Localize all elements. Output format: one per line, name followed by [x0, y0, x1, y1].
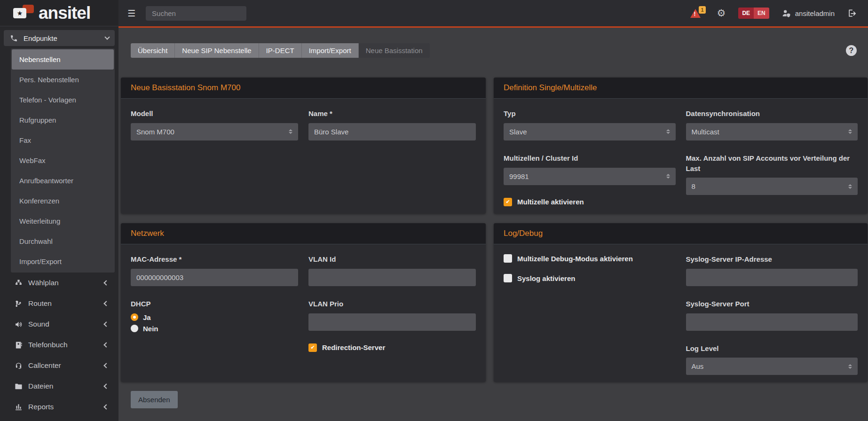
sidebar-menu: Endpunkte Nebenstellen Pers. Nebenstelle…: [0, 26, 118, 417]
search-input[interactable]: [146, 6, 246, 21]
sidebar-item-reports[interactable]: Reports: [0, 397, 118, 417]
content: Übersicht Neue SIP Nebenstelle IP-DECT I…: [118, 28, 868, 421]
mac-adresse-field: MAC-Adresse *: [131, 254, 298, 286]
sidebar-item-waehlplan[interactable]: Wählplan: [0, 273, 118, 293]
dhcp-ja-radio[interactable]: Ja: [131, 313, 298, 321]
radio-icon: [131, 325, 138, 332]
sidebar-item-fax[interactable]: Fax: [12, 130, 114, 150]
sidebar-item-webfax[interactable]: WebFax: [12, 150, 114, 171]
chevron-left-icon: [103, 363, 109, 368]
syslog-port-input[interactable]: [686, 313, 858, 331]
typ-field: Typ Slave: [504, 109, 676, 140]
panel-title: Definition Single/Multizelle: [504, 83, 597, 93]
cluster-id-select[interactable]: 99981: [504, 168, 676, 185]
tab-ip-dect[interactable]: IP-DECT: [259, 43, 302, 58]
select-arrows-icon: [848, 129, 852, 134]
chevron-left-icon: [103, 280, 109, 285]
sidebar-item-label: Konferenzen: [19, 197, 59, 205]
syslog-ip-input[interactable]: [686, 269, 858, 286]
typ-select[interactable]: Slave: [504, 123, 676, 140]
sidebar-item-konferenzen[interactable]: Konferenzen: [12, 191, 114, 211]
modell-select[interactable]: Snom M700: [131, 123, 298, 140]
sidebar-item-routen[interactable]: Routen: [0, 293, 118, 314]
vlan-prio-input[interactable]: [308, 313, 476, 331]
panel-header: Netzwerk: [121, 223, 486, 244]
sidebar-item-durchwahl[interactable]: Durchwahl: [12, 231, 114, 251]
lang-de-button[interactable]: DE: [738, 8, 754, 19]
brand[interactable]: ansitel: [0, 0, 118, 26]
name-input[interactable]: [308, 123, 476, 140]
gear-icon[interactable]: [717, 8, 726, 18]
multizelle-checkbox[interactable]: Multizelle aktivieren: [504, 198, 676, 206]
field-label: Max. Anzahl von SIP Accounts vor Verteil…: [686, 153, 858, 174]
chevron-down-icon: [104, 34, 110, 39]
log-level-select[interactable]: Aus: [686, 358, 858, 375]
sidebar-item-callcenter[interactable]: Callcenter: [0, 355, 118, 376]
sidebar-item-endpunkte[interactable]: Endpunkte: [4, 30, 115, 46]
sidebar-item-pers-nebenstellen[interactable]: Pers. Nebenstellen: [12, 70, 114, 90]
vlan-id-input[interactable]: [308, 269, 476, 286]
speech-bubble-star-icon: [13, 8, 26, 18]
sidebar-item-anrufbeantworter[interactable]: Anrufbeantworter: [12, 171, 114, 191]
alerts-badge: 1: [699, 6, 705, 14]
select-arrows-icon: [848, 364, 852, 369]
user-menu[interactable]: ansiteladmin: [782, 8, 835, 18]
hamburger-menu-icon[interactable]: [127, 8, 135, 19]
syslog-checkbox[interactable]: Syslog aktivieren: [504, 274, 676, 282]
lang-en-button[interactable]: EN: [754, 8, 769, 19]
tab-neue-basisstation[interactable]: Neue Basisstation: [359, 43, 430, 58]
sidebar-item-label: Dateien: [28, 382, 53, 390]
checkbox-checked-icon: [504, 198, 512, 206]
checkbox-icon: [504, 254, 512, 263]
sidebar-item-dateien[interactable]: Dateien: [0, 376, 118, 397]
chevron-left-icon: [103, 404, 109, 409]
submit-button[interactable]: Absenden: [131, 391, 178, 408]
mac-adresse-input[interactable]: [131, 269, 298, 286]
select-value: Slave: [509, 128, 527, 136]
field-label: MAC-Adresse *: [131, 254, 298, 265]
name-field: Name *: [308, 109, 476, 140]
syslog-port-field: Syslog-Server Port: [686, 299, 858, 331]
sidebar-item-label: Rufgruppen: [19, 116, 56, 124]
form-grid: Neue Basisstation Snom M700 Modell Snom …: [121, 78, 868, 382]
panel-body: Typ Slave Multizellen / Cluster Id: [494, 99, 868, 214]
field-label: Typ: [504, 109, 676, 119]
sidebar-item-label: Reports: [28, 403, 54, 411]
redirection-server-checkbox[interactable]: Redirection-Server: [308, 343, 476, 352]
sidebar-item-telefon-vorlagen[interactable]: Telefon - Vorlagen: [12, 90, 114, 110]
radio-label: Ja: [143, 313, 151, 321]
select-value: 99981: [509, 172, 529, 180]
sidebar-item-telefonbuch[interactable]: Telefonbuch: [0, 335, 118, 355]
field-label: VLAN Id: [308, 254, 476, 265]
datensynchronisation-select[interactable]: Multicast: [686, 123, 858, 140]
sidebar-submenu: Nebenstellen Pers. Nebenstellen Telefon …: [11, 48, 115, 273]
dhcp-nein-radio[interactable]: Nein: [131, 325, 298, 333]
sidebar-item-rufgruppen[interactable]: Rufgruppen: [12, 110, 114, 130]
max-sip-accounts-select[interactable]: 8: [686, 178, 858, 195]
sidebar-item-sound[interactable]: Sound: [0, 314, 118, 335]
log-level-field: Log Level Aus: [686, 343, 858, 375]
checkbox-label: Multizelle aktivieren: [517, 198, 584, 206]
field-label: Log Level: [686, 343, 858, 354]
debug-modus-checkbox[interactable]: Multizelle Debug-Modus aktivieren: [504, 254, 676, 263]
tab-import-export[interactable]: Import/Export: [302, 43, 359, 58]
sidebar-item-nebenstellen[interactable]: Nebenstellen: [12, 49, 114, 70]
brand-logo-icon: [13, 5, 34, 22]
tab-bar: Übersicht Neue SIP Nebenstelle IP-DECT I…: [131, 43, 857, 58]
select-arrows-icon: [666, 174, 670, 179]
help-icon[interactable]: [846, 45, 857, 56]
tab-neue-sip-nebenstelle[interactable]: Neue SIP Nebenstelle: [175, 43, 259, 58]
sidebar-item-label: Telefon - Vorlagen: [19, 96, 76, 104]
tab-uebersicht[interactable]: Übersicht: [131, 43, 175, 58]
modell-field: Modell Snom M700: [131, 109, 298, 140]
panel-log-debug: Log/Debug Multizelle Debug-Modus aktivie…: [494, 223, 868, 382]
sidebar-item-weiterleitung[interactable]: Weiterleitung: [12, 211, 114, 231]
alerts-button[interactable]: 1: [690, 9, 701, 18]
logout-icon[interactable]: [847, 8, 857, 18]
checkbox-label: Multizelle Debug-Modus aktivieren: [517, 255, 633, 263]
headset-icon: [14, 362, 23, 370]
sidebar-item-import-export[interactable]: Import/Export: [12, 251, 114, 272]
tab-label: Neue Basisstation: [366, 47, 423, 55]
syslog-ip-field: Syslog-Server IP-Adresse: [686, 254, 858, 286]
tab-label: Übersicht: [138, 47, 167, 55]
